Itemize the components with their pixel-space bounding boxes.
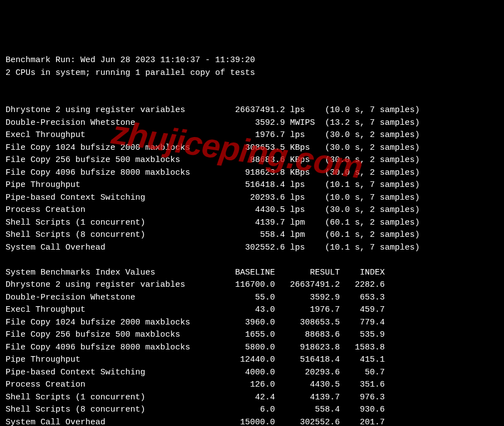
cpu-line: 2 CPUs in system; running 1 parallel cop… — [6, 68, 255, 78]
index-block: Dhrystone 2 using register variables 116… — [6, 280, 385, 426]
results-block: Dhrystone 2 using register variables 266… — [6, 105, 420, 252]
terminal-output: Benchmark Run: Wed Jun 28 2023 11:10:37 … — [6, 54, 498, 426]
run-line: Benchmark Run: Wed Jun 28 2023 11:10:37 … — [6, 55, 255, 65]
index-header-row: System Benchmarks Index Values BASELINE … — [6, 268, 385, 277]
